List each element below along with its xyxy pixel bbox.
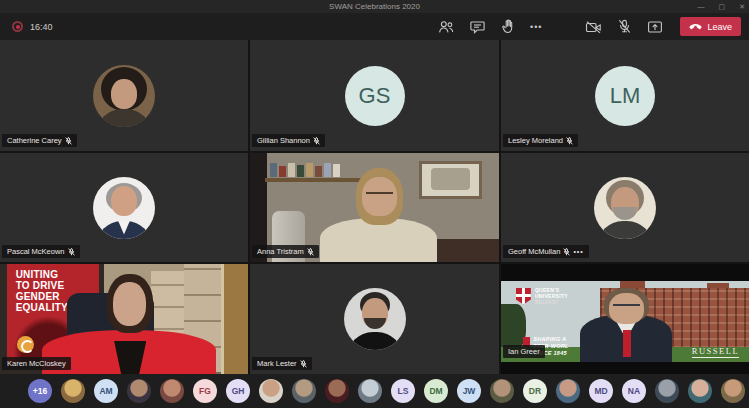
participant-name-chip: Karen McCloskey — [2, 357, 71, 370]
poster-text-line: EQUALITY — [16, 302, 68, 313]
recording-indicator-icon — [12, 21, 23, 32]
mic-muted-icon — [68, 248, 75, 256]
mic-muted-icon — [313, 137, 320, 145]
mic-muted-icon — [307, 248, 314, 256]
logo-text-line: BELFAST — [535, 299, 568, 305]
leave-button[interactable]: Leave — [680, 17, 741, 36]
picture-frame — [419, 161, 481, 199]
mic-muted-icon — [563, 248, 570, 256]
window-titlebar: SWAN Celebrations 2020 — ▢ ✕ — [0, 0, 749, 13]
strip-overflow-badge[interactable]: +16 — [28, 379, 52, 403]
strip-avatar-photo[interactable] — [556, 379, 580, 403]
close-button[interactable]: ✕ — [739, 3, 745, 11]
tile-mark-lester[interactable]: Mark Lester — [250, 264, 499, 374]
strip-avatar-initials[interactable]: DM — [424, 379, 448, 403]
strip-avatar-photo[interactable] — [127, 379, 151, 403]
strip-avatar-initials[interactable]: DR — [523, 379, 547, 403]
strip-avatar-initials[interactable]: GH — [226, 379, 250, 403]
participant-name-chip: Ian Greer — [503, 345, 545, 358]
participant-name: Mark Lester — [257, 359, 297, 368]
queens-university-logo: QUEEN'S UNIVERSITY BELFAST — [516, 287, 568, 306]
qub-shield-icon — [516, 288, 531, 305]
participant-name: Lesley Moreland — [508, 136, 563, 145]
strip-avatar-photo[interactable] — [721, 379, 745, 403]
participant-name-chip: Lesley Moreland — [503, 134, 578, 147]
poster-text-line: TO DRIVE — [16, 280, 68, 291]
banner-text-line: SHAPING A — [533, 336, 568, 343]
strip-avatar-initials[interactable]: JW — [457, 379, 481, 403]
maximize-button[interactable]: ▢ — [719, 3, 726, 11]
camera-off-icon[interactable] — [584, 18, 602, 36]
tile-pascal-mckeown[interactable]: Pascal McKeown — [0, 153, 248, 262]
meeting-timer: 16:40 — [30, 22, 53, 32]
window-controls: — ▢ ✕ — [698, 0, 746, 13]
participant-name-chip: Mark Lester — [252, 357, 312, 370]
leave-button-label: Leave — [707, 22, 732, 32]
tile-anna-tristram[interactable]: Anna Tristram — [250, 153, 499, 262]
participant-name-chip: Anna Tristram — [252, 245, 319, 258]
teams-meeting-window: SWAN Celebrations 2020 — ▢ ✕ 16:40 ••• — [0, 0, 749, 408]
poster-text-line: UNITING — [16, 269, 68, 280]
minimize-button[interactable]: — — [698, 3, 705, 10]
avatar — [594, 177, 656, 239]
strip-avatar-photo[interactable] — [61, 379, 85, 403]
participant-name: Karen McCloskey — [7, 359, 66, 368]
tile-more-options-icon[interactable]: ••• — [573, 248, 583, 255]
strip-avatar-photo[interactable] — [259, 379, 283, 403]
russell-group-logo: RUSSELL — [692, 346, 739, 358]
tile-ian-greer[interactable]: QUEEN'S UNIVERSITY BELFAST SHAPING A TTE… — [501, 264, 749, 374]
strip-avatar-photo[interactable] — [688, 379, 712, 403]
participant-name: Catherine Carey — [7, 136, 62, 145]
more-options-icon[interactable]: ••• — [530, 22, 542, 32]
participant-name: Ian Greer — [508, 347, 540, 356]
strip-avatar-photo[interactable] — [292, 379, 316, 403]
participants-icon[interactable] — [437, 18, 455, 36]
avatar — [93, 177, 155, 239]
door — [221, 264, 248, 374]
strip-avatar-initials[interactable]: MD — [589, 379, 613, 403]
strip-avatar-initials[interactable]: AM — [94, 379, 118, 403]
tile-catherine-carey[interactable]: Catherine Carey — [0, 40, 248, 151]
chat-icon[interactable] — [468, 18, 486, 36]
meeting-toolbar: 16:40 ••• Leave — [0, 13, 749, 40]
mic-muted-icon — [65, 137, 72, 145]
strip-avatar-initials[interactable]: NA — [622, 379, 646, 403]
strip-avatar-photo[interactable] — [655, 379, 679, 403]
participant-name: Geoff McMullan — [508, 247, 560, 256]
tile-gillian-shannon[interactable]: GS Gillian Shannon — [250, 40, 499, 151]
avatar-initials: LM — [595, 66, 655, 126]
trees — [501, 304, 526, 349]
strip-avatar-photo[interactable] — [490, 379, 514, 403]
window-title: SWAN Celebrations 2020 — [329, 2, 420, 11]
avatar — [344, 288, 406, 350]
raise-hand-icon[interactable] — [499, 18, 517, 36]
participant-name-chip: Gillian Shannon — [252, 134, 325, 147]
participant-name: Anna Tristram — [257, 247, 304, 256]
poster-logo-icon — [17, 336, 34, 353]
participant-name-chip: Catherine Carey — [2, 134, 77, 147]
strip-avatar-initials[interactable]: LS — [391, 379, 415, 403]
participant-name: Pascal McKeown — [7, 247, 65, 256]
avatar — [93, 65, 155, 127]
avatar-initials: GS — [345, 66, 405, 126]
mic-muted-icon — [300, 360, 307, 368]
participant-name-chip: Geoff McMullan ••• — [503, 245, 589, 258]
participant-name-chip: Pascal McKeown — [2, 245, 80, 258]
strip-avatar-photo[interactable] — [160, 379, 184, 403]
tile-karen-mccloskey[interactable]: UNITING TO DRIVE GENDER EQUALITY Karen M… — [0, 264, 248, 374]
strip-avatar-photo[interactable] — [358, 379, 382, 403]
mic-off-icon[interactable] — [615, 18, 633, 36]
strip-avatar-photo[interactable] — [325, 379, 349, 403]
participant-name: Gillian Shannon — [257, 136, 310, 145]
tile-geoff-mcmullan[interactable]: Geoff McMullan ••• — [501, 153, 749, 262]
share-screen-icon[interactable] — [646, 18, 664, 36]
strip-avatar-initials[interactable]: FG — [193, 379, 217, 403]
poster-text-line: GENDER — [16, 291, 68, 302]
tile-lesley-moreland[interactable]: LM Lesley Moreland — [501, 40, 749, 151]
hang-up-icon — [689, 23, 702, 31]
mic-muted-icon — [566, 137, 573, 145]
participant-strip: +16AMFGGHLSDMJWDRMDNA — [0, 374, 749, 408]
video-grid: Catherine Carey GS Gillian Shannon LM Le… — [0, 40, 749, 374]
